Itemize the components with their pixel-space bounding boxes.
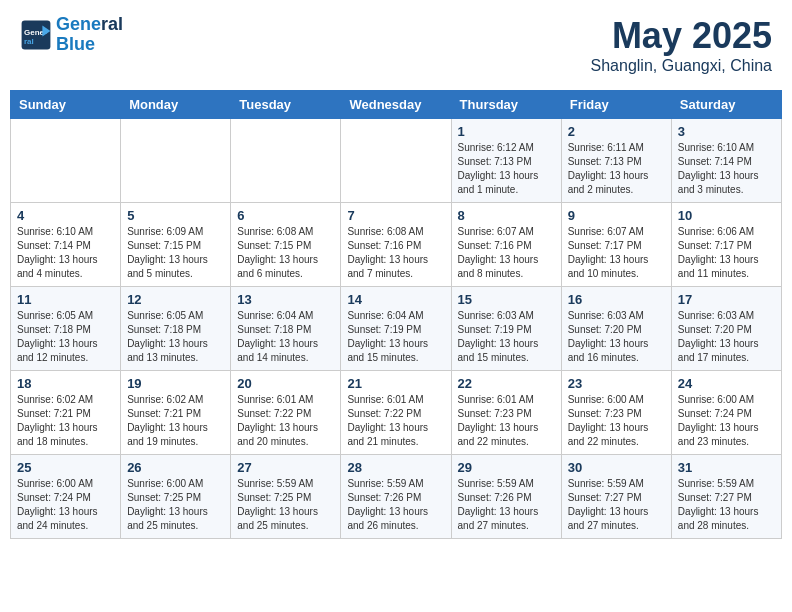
day-number: 30 xyxy=(568,460,665,475)
day-number: 10 xyxy=(678,208,775,223)
calendar-cell xyxy=(121,119,231,203)
calendar-cell: 10Sunrise: 6:06 AM Sunset: 7:17 PM Dayli… xyxy=(671,203,781,287)
calendar-week-row: 1Sunrise: 6:12 AM Sunset: 7:13 PM Daylig… xyxy=(11,119,782,203)
calendar-cell: 31Sunrise: 5:59 AM Sunset: 7:27 PM Dayli… xyxy=(671,455,781,539)
calendar-cell: 24Sunrise: 6:00 AM Sunset: 7:24 PM Dayli… xyxy=(671,371,781,455)
day-number: 8 xyxy=(458,208,555,223)
day-number: 28 xyxy=(347,460,444,475)
day-number: 2 xyxy=(568,124,665,139)
cell-text: Sunrise: 5:59 AM Sunset: 7:27 PM Dayligh… xyxy=(568,477,665,533)
day-number: 22 xyxy=(458,376,555,391)
weekday-header-monday: Monday xyxy=(121,91,231,119)
weekday-header-row: SundayMondayTuesdayWednesdayThursdayFrid… xyxy=(11,91,782,119)
cell-text: Sunrise: 5:59 AM Sunset: 7:26 PM Dayligh… xyxy=(347,477,444,533)
cell-text: Sunrise: 6:08 AM Sunset: 7:16 PM Dayligh… xyxy=(347,225,444,281)
cell-text: Sunrise: 6:03 AM Sunset: 7:20 PM Dayligh… xyxy=(678,309,775,365)
calendar-cell: 7Sunrise: 6:08 AM Sunset: 7:16 PM Daylig… xyxy=(341,203,451,287)
calendar-cell: 14Sunrise: 6:04 AM Sunset: 7:19 PM Dayli… xyxy=(341,287,451,371)
cell-text: Sunrise: 6:02 AM Sunset: 7:21 PM Dayligh… xyxy=(17,393,114,449)
day-number: 7 xyxy=(347,208,444,223)
day-number: 1 xyxy=(458,124,555,139)
cell-text: Sunrise: 6:04 AM Sunset: 7:18 PM Dayligh… xyxy=(237,309,334,365)
calendar-cell: 8Sunrise: 6:07 AM Sunset: 7:16 PM Daylig… xyxy=(451,203,561,287)
calendar-cell: 9Sunrise: 6:07 AM Sunset: 7:17 PM Daylig… xyxy=(561,203,671,287)
day-number: 9 xyxy=(568,208,665,223)
day-number: 5 xyxy=(127,208,224,223)
calendar-cell: 3Sunrise: 6:10 AM Sunset: 7:14 PM Daylig… xyxy=(671,119,781,203)
calendar-week-row: 4Sunrise: 6:10 AM Sunset: 7:14 PM Daylig… xyxy=(11,203,782,287)
calendar-cell: 18Sunrise: 6:02 AM Sunset: 7:21 PM Dayli… xyxy=(11,371,121,455)
day-number: 13 xyxy=(237,292,334,307)
calendar-cell: 11Sunrise: 6:05 AM Sunset: 7:18 PM Dayli… xyxy=(11,287,121,371)
cell-text: Sunrise: 6:00 AM Sunset: 7:24 PM Dayligh… xyxy=(17,477,114,533)
cell-text: Sunrise: 6:04 AM Sunset: 7:19 PM Dayligh… xyxy=(347,309,444,365)
calendar-week-row: 18Sunrise: 6:02 AM Sunset: 7:21 PM Dayli… xyxy=(11,371,782,455)
cell-text: Sunrise: 6:05 AM Sunset: 7:18 PM Dayligh… xyxy=(127,309,224,365)
calendar-cell xyxy=(11,119,121,203)
calendar-cell: 23Sunrise: 6:00 AM Sunset: 7:23 PM Dayli… xyxy=(561,371,671,455)
day-number: 15 xyxy=(458,292,555,307)
calendar-cell: 20Sunrise: 6:01 AM Sunset: 7:22 PM Dayli… xyxy=(231,371,341,455)
month-title: May 2025 xyxy=(591,15,772,57)
logo-text: GeneralBlue xyxy=(56,15,123,55)
calendar-week-row: 11Sunrise: 6:05 AM Sunset: 7:18 PM Dayli… xyxy=(11,287,782,371)
weekday-header-thursday: Thursday xyxy=(451,91,561,119)
cell-text: Sunrise: 5:59 AM Sunset: 7:26 PM Dayligh… xyxy=(458,477,555,533)
cell-text: Sunrise: 6:03 AM Sunset: 7:19 PM Dayligh… xyxy=(458,309,555,365)
logo-icon: Gene- ral xyxy=(20,19,52,51)
calendar-cell: 6Sunrise: 6:08 AM Sunset: 7:15 PM Daylig… xyxy=(231,203,341,287)
calendar-cell: 28Sunrise: 5:59 AM Sunset: 7:26 PM Dayli… xyxy=(341,455,451,539)
day-number: 31 xyxy=(678,460,775,475)
calendar-cell: 25Sunrise: 6:00 AM Sunset: 7:24 PM Dayli… xyxy=(11,455,121,539)
day-number: 21 xyxy=(347,376,444,391)
svg-text:ral: ral xyxy=(24,37,34,46)
weekday-header-friday: Friday xyxy=(561,91,671,119)
calendar-cell xyxy=(341,119,451,203)
calendar-cell: 19Sunrise: 6:02 AM Sunset: 7:21 PM Dayli… xyxy=(121,371,231,455)
calendar-cell: 30Sunrise: 5:59 AM Sunset: 7:27 PM Dayli… xyxy=(561,455,671,539)
day-number: 3 xyxy=(678,124,775,139)
day-number: 16 xyxy=(568,292,665,307)
cell-text: Sunrise: 6:01 AM Sunset: 7:23 PM Dayligh… xyxy=(458,393,555,449)
calendar-week-row: 25Sunrise: 6:00 AM Sunset: 7:24 PM Dayli… xyxy=(11,455,782,539)
day-number: 18 xyxy=(17,376,114,391)
day-number: 27 xyxy=(237,460,334,475)
weekday-header-sunday: Sunday xyxy=(11,91,121,119)
cell-text: Sunrise: 6:08 AM Sunset: 7:15 PM Dayligh… xyxy=(237,225,334,281)
weekday-header-tuesday: Tuesday xyxy=(231,91,341,119)
calendar-cell: 15Sunrise: 6:03 AM Sunset: 7:19 PM Dayli… xyxy=(451,287,561,371)
day-number: 20 xyxy=(237,376,334,391)
calendar-cell: 4Sunrise: 6:10 AM Sunset: 7:14 PM Daylig… xyxy=(11,203,121,287)
cell-text: Sunrise: 5:59 AM Sunset: 7:27 PM Dayligh… xyxy=(678,477,775,533)
cell-text: Sunrise: 5:59 AM Sunset: 7:25 PM Dayligh… xyxy=(237,477,334,533)
calendar-cell: 5Sunrise: 6:09 AM Sunset: 7:15 PM Daylig… xyxy=(121,203,231,287)
calendar-cell: 13Sunrise: 6:04 AM Sunset: 7:18 PM Dayli… xyxy=(231,287,341,371)
cell-text: Sunrise: 6:10 AM Sunset: 7:14 PM Dayligh… xyxy=(17,225,114,281)
day-number: 17 xyxy=(678,292,775,307)
calendar-cell: 21Sunrise: 6:01 AM Sunset: 7:22 PM Dayli… xyxy=(341,371,451,455)
cell-text: Sunrise: 6:02 AM Sunset: 7:21 PM Dayligh… xyxy=(127,393,224,449)
day-number: 19 xyxy=(127,376,224,391)
day-number: 6 xyxy=(237,208,334,223)
calendar-cell: 29Sunrise: 5:59 AM Sunset: 7:26 PM Dayli… xyxy=(451,455,561,539)
location: Shanglin, Guangxi, China xyxy=(591,57,772,75)
calendar-table: SundayMondayTuesdayWednesdayThursdayFrid… xyxy=(10,90,782,539)
cell-text: Sunrise: 6:07 AM Sunset: 7:16 PM Dayligh… xyxy=(458,225,555,281)
cell-text: Sunrise: 6:03 AM Sunset: 7:20 PM Dayligh… xyxy=(568,309,665,365)
calendar-cell: 16Sunrise: 6:03 AM Sunset: 7:20 PM Dayli… xyxy=(561,287,671,371)
calendar-cell: 17Sunrise: 6:03 AM Sunset: 7:20 PM Dayli… xyxy=(671,287,781,371)
calendar-cell: 27Sunrise: 5:59 AM Sunset: 7:25 PM Dayli… xyxy=(231,455,341,539)
cell-text: Sunrise: 6:01 AM Sunset: 7:22 PM Dayligh… xyxy=(237,393,334,449)
calendar-cell: 1Sunrise: 6:12 AM Sunset: 7:13 PM Daylig… xyxy=(451,119,561,203)
weekday-header-saturday: Saturday xyxy=(671,91,781,119)
calendar-cell: 26Sunrise: 6:00 AM Sunset: 7:25 PM Dayli… xyxy=(121,455,231,539)
cell-text: Sunrise: 6:06 AM Sunset: 7:17 PM Dayligh… xyxy=(678,225,775,281)
logo: Gene- ral GeneralBlue xyxy=(20,15,123,55)
day-number: 25 xyxy=(17,460,114,475)
cell-text: Sunrise: 6:05 AM Sunset: 7:18 PM Dayligh… xyxy=(17,309,114,365)
cell-text: Sunrise: 6:09 AM Sunset: 7:15 PM Dayligh… xyxy=(127,225,224,281)
day-number: 23 xyxy=(568,376,665,391)
cell-text: Sunrise: 6:00 AM Sunset: 7:23 PM Dayligh… xyxy=(568,393,665,449)
calendar-cell: 12Sunrise: 6:05 AM Sunset: 7:18 PM Dayli… xyxy=(121,287,231,371)
day-number: 26 xyxy=(127,460,224,475)
